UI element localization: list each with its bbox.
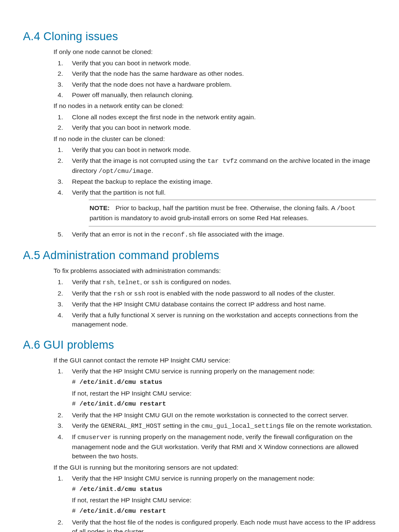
list-item: Verify that the HP Insight CMU GUI on th…: [70, 411, 376, 420]
list-item: Verify that the HP Insight CMU service i…: [70, 367, 376, 409]
text: Verify that: [72, 278, 102, 285]
a5-p1: To fix problems associated with administ…: [54, 266, 376, 275]
code-inline: ssh: [151, 279, 163, 286]
text: .: [151, 167, 153, 174]
text: If not, restart the HP Insight CMU servi…: [72, 389, 376, 398]
a6-list1: Verify that the HP Insight CMU service i…: [54, 367, 376, 461]
a4-list3: Verify that you can boot in network mode…: [54, 145, 376, 240]
list-item: Power off manually, then relaunch clonin…: [70, 90, 376, 100]
list-item: Verify that the rsh or ssh root is enabl…: [70, 289, 376, 299]
list-item: Repeat the backup to replace the existin…: [70, 177, 376, 186]
a4-p2: If no nodes in a network entity can be c…: [54, 101, 376, 111]
note-label: NOTE:: [90, 204, 110, 211]
code-inline: rsh: [113, 290, 125, 298]
code-inline: reconf.sh: [162, 231, 196, 239]
section-a5-heading: A.5 Administration command problems: [23, 247, 376, 264]
text: root is enabled with the node password t…: [146, 290, 335, 297]
text: or: [125, 290, 134, 297]
code-inline: GENERAL_RMI_HOST: [101, 423, 161, 430]
code-inline: ssh: [134, 290, 146, 298]
a4-list2: Clone all nodes except the first node in…: [54, 113, 376, 133]
text: is configured on nodes.: [163, 278, 232, 285]
a4-list1: Verify that you can boot in network mode…: [54, 59, 376, 100]
list-item: Verify the GENERAL_RMI_HOST setting in t…: [70, 421, 376, 431]
text: Verify that the HP Insight CMU service i…: [72, 368, 315, 375]
list-item: Verify that you can boot in network mode…: [70, 123, 376, 132]
list-item: Verify that the image is not corrupted u…: [70, 156, 376, 176]
code-inline: /boot: [337, 205, 356, 212]
text: Verify that the image is not corrupted u…: [72, 157, 207, 164]
text: Verify that an error is not in the: [72, 231, 162, 238]
section-a4-heading: A.4 Cloning issues: [23, 28, 376, 45]
text: Verify that the HP Insight CMU service i…: [72, 475, 315, 482]
text: Verify that the: [72, 290, 113, 297]
note-box: NOTE:Prior to backup, half the partition…: [89, 200, 376, 226]
text: setting in the: [161, 422, 202, 429]
section-a5-body: To fix problems associated with administ…: [54, 266, 376, 329]
command-line: # /etc/init.d/cmu restart: [72, 507, 376, 516]
code-inline: tar tvfz: [207, 158, 238, 165]
a5-list: Verify that rsh, telnet, or ssh is confi…: [54, 278, 376, 329]
code-inline: telnet: [118, 279, 140, 286]
text: If not, restart the HP Insight CMU servi…: [72, 496, 376, 505]
a6-p2: If the GUI is running but the monitoring…: [54, 463, 376, 472]
text: ,: [114, 278, 118, 285]
a6-p1: If the GUI cannot contact the remote HP …: [54, 356, 376, 365]
a4-p3: If no node in the cluster can be cloned:: [54, 134, 376, 144]
a6-list2: Verify that the HP Insight CMU service i…: [54, 474, 376, 532]
list-item: Verify that rsh, telnet, or ssh is confi…: [70, 278, 376, 288]
text: is running properly on the management no…: [72, 433, 358, 460]
list-item: Verify that the HP Insight CMU database …: [70, 300, 376, 309]
text: , or: [140, 278, 151, 285]
section-a6-body: If the GUI cannot contact the remote HP …: [54, 356, 376, 532]
text: file on the remote workstation.: [284, 422, 373, 429]
text: If: [72, 433, 77, 440]
section-a6-heading: A.6 GUI problems: [23, 337, 376, 353]
code-inline: cmu_gui_local_settings: [201, 423, 284, 430]
list-item: Verify that you can boot in network mode…: [70, 59, 376, 68]
command-line: # /etc/init.d/cmu status: [72, 485, 376, 494]
list-item: Verify that you can boot in network mode…: [70, 145, 376, 154]
list-item: If cmuserver is running properly on the …: [70, 432, 376, 461]
text: Verify that the partition is not full.: [72, 189, 166, 196]
a4-p1: If only one node cannot be cloned:: [54, 47, 376, 57]
note-text: partition is mandatory to avoid grub-ins…: [90, 214, 309, 221]
list-item: Clone all nodes except the first node in…: [70, 113, 376, 122]
command-line: # /etc/init.d/cmu status: [72, 378, 376, 387]
code-inline: cmuserver: [77, 434, 111, 441]
code-inline: rsh: [102, 279, 114, 286]
list-item: Verify that the HP Insight CMU service i…: [70, 474, 376, 516]
list-item: Verify that a fully functional X server …: [70, 311, 376, 329]
list-item: Verify that the partition is not full. N…: [70, 188, 376, 227]
code-inline: /opt/cmu/image: [99, 168, 151, 175]
list-item: Verify that the host file of the nodes i…: [70, 518, 376, 532]
text: file associated with the image.: [196, 231, 284, 238]
list-item: Verify that an error is not in the recon…: [70, 230, 376, 240]
command-line: # /etc/init.d/cmu restart: [72, 400, 376, 409]
list-item: Verify that the node does not have a har…: [70, 80, 376, 89]
note-text: Prior to backup, half the partition must…: [115, 204, 337, 211]
text: Verify the: [72, 422, 101, 429]
list-item: Verify that the node has the same hardwa…: [70, 69, 376, 78]
section-a4-body: If only one node cannot be cloned: Verif…: [54, 47, 376, 240]
